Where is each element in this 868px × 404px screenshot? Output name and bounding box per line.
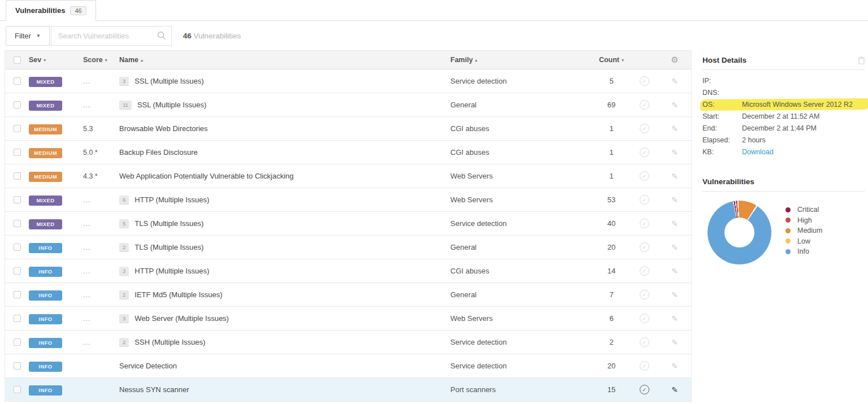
table-row[interactable]: INFO ... 2 SSH (Multiple Issues) Service…: [5, 331, 691, 354]
severity-badge: MIXED: [29, 101, 62, 111]
score-cell: 4.3 *: [83, 172, 119, 180]
plugin-name: SSL (Multiple Issues): [137, 101, 206, 109]
kb-download-link[interactable]: Download: [742, 146, 774, 158]
score-cell: ...: [83, 220, 119, 228]
row-checkbox[interactable]: [14, 267, 21, 275]
row-checkbox[interactable]: [14, 338, 21, 346]
table-row[interactable]: INFO ... 2 TLS (Multiple Issues) General…: [5, 236, 691, 259]
name-count-chip: 2: [119, 290, 129, 299]
table-row[interactable]: INFO ... 2 IETF Md5 (Multiple Issues) Ge…: [5, 283, 691, 307]
table-row[interactable]: MIXED ... 11 SSL (Multiple Issues) Gener…: [5, 93, 691, 117]
count-cell: 15: [593, 385, 630, 394]
table-row[interactable]: MEDIUM 5.3 Browsable Web Directories CGI…: [5, 117, 691, 141]
row-checkbox[interactable]: [14, 196, 21, 203]
result-count: 46 Vulnerabilities: [183, 32, 241, 40]
table-row[interactable]: MIXED ... 3 SSL (Multiple Issues) Servic…: [5, 69, 691, 93]
edit-pencil-icon[interactable]: ✎: [671, 219, 678, 228]
count-cell: 53: [593, 196, 630, 204]
modify-result-icon[interactable]: ✓: [640, 147, 649, 157]
name-count-chip: 3: [119, 314, 129, 323]
host-detail-label: DNS:: [702, 87, 742, 99]
search-icon: [157, 31, 166, 40]
modify-result-icon[interactable]: ✓: [640, 337, 649, 347]
edit-pencil-icon[interactable]: ✎: [671, 172, 678, 181]
modify-result-icon[interactable]: ✓: [640, 100, 649, 110]
family-cell: Port scanners: [450, 385, 593, 394]
host-detail-row: Elapsed: 2 hours: [702, 134, 865, 146]
edit-pencil-icon[interactable]: ✎: [671, 267, 678, 276]
tab-vulnerabilities[interactable]: Vulnerabilities 46: [6, 0, 96, 21]
edit-pencil-icon[interactable]: ✎: [671, 196, 678, 205]
sort-caret-up-icon: ▴: [475, 58, 478, 63]
column-header-score[interactable]: Score▾: [83, 56, 119, 64]
column-header-sev[interactable]: Sev▾: [29, 56, 83, 64]
table-row[interactable]: INFO Service Detection Service detection…: [5, 354, 691, 378]
tab-count-badge: 46: [70, 6, 86, 15]
result-count-label: Vulnerabilities: [194, 32, 241, 40]
column-header-name[interactable]: Name▴: [119, 56, 450, 64]
modify-result-icon[interactable]: ✓: [640, 314, 649, 323]
search-input[interactable]: [51, 26, 172, 46]
row-checkbox[interactable]: [14, 149, 21, 156]
donut-hole: [724, 218, 754, 247]
modify-result-icon[interactable]: ✓: [640, 361, 649, 371]
edit-pencil-icon[interactable]: ✎: [671, 314, 678, 323]
row-checkbox[interactable]: [14, 172, 21, 180]
tab-bar: Vulnerabilities 46: [0, 0, 868, 21]
table-row[interactable]: MEDIUM 5.0 * Backup Files Disclosure CGI…: [5, 141, 691, 164]
family-cell: General: [450, 243, 593, 251]
filter-button-label: Filter: [15, 32, 31, 40]
table-row[interactable]: INFO ... 3 Web Server (Multiple Issues) …: [5, 307, 691, 331]
gear-icon[interactable]: ⚙: [658, 55, 691, 65]
modify-result-icon[interactable]: ✓: [640, 124, 649, 133]
row-checkbox[interactable]: [14, 101, 21, 108]
count-cell: 20: [593, 243, 630, 251]
modify-result-icon[interactable]: ✓: [640, 171, 649, 181]
edit-pencil-icon[interactable]: ✎: [671, 148, 678, 157]
name-count-chip: 5: [119, 219, 129, 228]
score-cell: 5.3: [83, 125, 119, 133]
table-row[interactable]: INFO Nessus SYN scanner Port scanners 15…: [5, 378, 691, 402]
column-header-count[interactable]: Count▾: [593, 56, 630, 64]
select-all-checkbox[interactable]: [14, 57, 21, 64]
family-cell: Service detection: [450, 77, 593, 85]
modify-result-icon[interactable]: ✓: [640, 242, 649, 252]
row-checkbox[interactable]: [14, 315, 21, 322]
table-row[interactable]: MEDIUM 4.3 * Web Application Potentially…: [5, 164, 691, 188]
row-checkbox[interactable]: [14, 291, 21, 298]
modify-result-icon[interactable]: ✓: [640, 76, 649, 86]
edit-pencil-icon[interactable]: ✎: [671, 338, 678, 347]
row-checkbox[interactable]: [14, 386, 21, 393]
sort-caret-up-icon: ▴: [141, 58, 143, 63]
plugin-name: SSL (Multiple Issues): [134, 77, 203, 85]
row-checkbox[interactable]: [14, 220, 21, 227]
trash-icon[interactable]: [858, 56, 865, 64]
edit-pencil-icon[interactable]: ✎: [671, 290, 678, 299]
filter-button[interactable]: Filter ▼: [6, 26, 50, 46]
plugin-name: SSH (Multiple Issues): [134, 338, 205, 346]
edit-pencil-icon[interactable]: ✎: [671, 362, 678, 371]
row-checkbox[interactable]: [14, 77, 21, 85]
table-row[interactable]: MIXED ... 5 TLS (Multiple Issues) Servic…: [5, 212, 691, 236]
row-checkbox[interactable]: [14, 362, 21, 370]
edit-pencil-icon[interactable]: ✎: [671, 124, 678, 133]
modify-result-icon[interactable]: ✓: [640, 266, 649, 276]
edit-pencil-icon[interactable]: ✎: [671, 385, 678, 394]
modify-result-icon[interactable]: ✓: [640, 195, 649, 205]
count-cell: 14: [593, 267, 630, 275]
column-header-family[interactable]: Family▴: [450, 56, 593, 64]
modify-result-icon[interactable]: ✓: [640, 290, 649, 299]
plugin-name: HTTP (Multiple Issues): [134, 196, 209, 204]
modify-result-icon[interactable]: ✓: [640, 385, 649, 394]
edit-pencil-icon[interactable]: ✎: [671, 243, 678, 252]
row-checkbox[interactable]: [14, 125, 21, 132]
table-row[interactable]: MIXED ... 6 HTTP (Multiple Issues) Web S…: [5, 188, 691, 212]
edit-pencil-icon[interactable]: ✎: [671, 101, 678, 110]
modify-result-icon[interactable]: ✓: [640, 219, 649, 228]
row-checkbox[interactable]: [14, 244, 21, 251]
count-cell: 40: [593, 219, 630, 228]
legend-dot-icon: [785, 249, 791, 254]
table-row[interactable]: INFO ... 3 HTTP (Multiple Issues) CGI ab…: [5, 259, 691, 283]
score-cell: ...: [83, 291, 119, 299]
edit-pencil-icon[interactable]: ✎: [671, 77, 678, 86]
